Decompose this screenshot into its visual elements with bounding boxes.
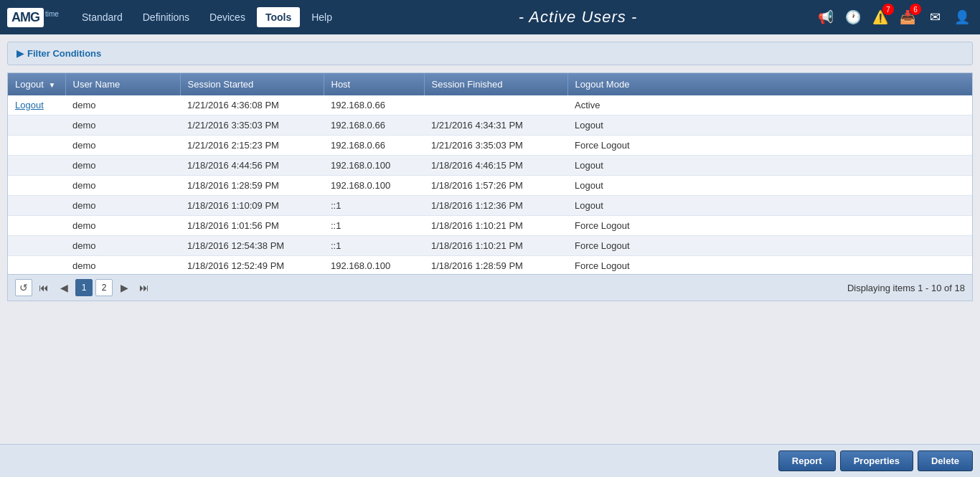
refresh-button[interactable]: ↺ — [15, 279, 32, 296]
prev-page-button[interactable]: ◀ — [55, 279, 72, 296]
cell-session-finished: 1/18/2016 1:57:26 PM — [424, 176, 567, 196]
cell-logout-mode: Force Logout — [567, 236, 972, 256]
cell-logout-mode: Logout — [567, 196, 972, 216]
col-header-username: User Name — [65, 73, 180, 95]
cell-username: demo — [65, 196, 180, 216]
cell-logout — [8, 156, 65, 176]
header-icons: 📢 🕐 ⚠️ 7 📥 6 ✉ 👤 — [815, 6, 973, 28]
cell-session-finished: 1/18/2016 1:10:21 PM — [424, 236, 567, 256]
nav-devices[interactable]: Devices — [201, 7, 254, 27]
cell-username: demo — [65, 176, 180, 196]
cell-session-finished: 1/18/2016 1:28:59 PM — [424, 256, 567, 275]
filter-toggle[interactable]: ▶ Filter Conditions — [17, 48, 963, 59]
table-row: demo1/18/2016 1:10:09 PM::11/18/2016 1:1… — [8, 196, 972, 216]
nav-tools[interactable]: Tools — [257, 7, 300, 27]
main-content: ▶ Filter Conditions Logout ▼ User Name S… — [0, 34, 980, 405]
cell-logout-mode: Logout — [567, 156, 972, 176]
cell-session-started: 1/21/2016 4:36:08 PM — [180, 95, 324, 115]
inbox-icon[interactable]: 📥 6 — [897, 6, 918, 28]
nav-standard[interactable]: Standard — [73, 7, 131, 27]
main-nav: Standard Definitions Devices Tools Help — [73, 7, 341, 27]
inbox-badge: 6 — [910, 4, 921, 15]
cell-host: ::1 — [324, 196, 424, 216]
col-header-logout[interactable]: Logout ▼ — [8, 73, 65, 95]
col-header-host: Host — [324, 73, 424, 95]
cell-host: ::1 — [324, 236, 424, 256]
cell-host: 192.168.0.66 — [324, 115, 424, 136]
cell-host: 192.168.0.100 — [324, 156, 424, 176]
pagination-bar: ↺ ⏮ ◀ 1 2 ▶ ⏭ Displaying items 1 - 10 of… — [8, 274, 972, 301]
mail-icon[interactable]: ✉ — [924, 6, 946, 28]
cell-session-finished: 1/21/2016 3:35:03 PM — [424, 136, 567, 156]
table-row: demo1/18/2016 12:54:38 PM::11/18/2016 1:… — [8, 236, 972, 256]
cell-logout — [8, 256, 65, 275]
cell-logout-mode: Force Logout — [567, 136, 972, 156]
last-page-button[interactable]: ⏭ — [136, 279, 153, 296]
col-header-session-started: Session Started — [180, 73, 324, 95]
filter-section: ▶ Filter Conditions — [7, 42, 973, 65]
display-info: Displaying items 1 - 10 of 18 — [156, 283, 965, 293]
cell-host: 192.168.0.66 — [324, 95, 424, 115]
cell-logout — [8, 136, 65, 156]
cell-logout-mode: Force Logout — [567, 256, 972, 275]
cell-logout — [8, 196, 65, 216]
warning-icon[interactable]: ⚠️ 7 — [870, 6, 891, 28]
cell-logout-mode: Logout — [567, 176, 972, 196]
cell-username: demo — [65, 216, 180, 236]
cell-host: 192.168.0.100 — [324, 176, 424, 196]
cell-session-finished — [424, 95, 567, 115]
cell-session-finished: 1/18/2016 4:46:15 PM — [424, 156, 567, 176]
cell-session-started: 1/18/2016 4:44:56 PM — [180, 156, 324, 176]
page-1-button[interactable]: 1 — [75, 279, 93, 296]
warning-badge: 7 — [882, 4, 894, 15]
table-row: Logoutdemo1/21/2016 4:36:08 PM192.168.0.… — [8, 95, 972, 115]
cell-logout — [8, 236, 65, 256]
cell-logout-mode: Force Logout — [567, 216, 972, 236]
cell-username: demo — [65, 156, 180, 176]
col-header-session-finished: Session Finished — [424, 73, 567, 95]
cell-host: 192.168.0.100 — [324, 256, 424, 275]
filter-label: Filter Conditions — [27, 48, 101, 59]
cell-username: demo — [65, 115, 180, 136]
cell-host: 192.168.0.66 — [324, 136, 424, 156]
table-row: demo1/18/2016 4:44:56 PM192.168.0.1001/1… — [8, 156, 972, 176]
cell-session-finished: 1/18/2016 1:12:36 PM — [424, 196, 567, 216]
table-scroll[interactable]: Logout ▼ User Name Session Started Host … — [8, 73, 972, 274]
cell-logout — [8, 216, 65, 236]
table-row: demo1/21/2016 3:35:03 PM192.168.0.661/21… — [8, 115, 972, 136]
col-header-logout-mode: Logout Mode — [567, 73, 972, 95]
clock-icon[interactable]: 🕐 — [842, 6, 864, 28]
megaphone-icon[interactable]: 📢 — [815, 6, 837, 28]
cell-logout[interactable]: Logout — [8, 95, 65, 115]
app-logo: AMG time — [7, 8, 59, 27]
logo-text: AMG — [7, 8, 44, 27]
cell-session-started: 1/18/2016 12:54:38 PM — [180, 236, 324, 256]
app-header: AMG time Standard Definitions Devices To… — [0, 0, 980, 34]
cell-logout-mode: Logout — [567, 115, 972, 136]
cell-session-finished: 1/21/2016 4:34:31 PM — [424, 115, 567, 136]
table-row: demo1/21/2016 2:15:23 PM192.168.0.661/21… — [8, 136, 972, 156]
table-header-row: Logout ▼ User Name Session Started Host … — [8, 73, 972, 95]
active-users-table: Logout ▼ User Name Session Started Host … — [8, 73, 972, 274]
cell-logout — [8, 115, 65, 136]
cell-logout-mode: Active — [567, 95, 972, 115]
filter-arrow-icon: ▶ — [17, 48, 24, 59]
table-row: demo1/18/2016 1:28:59 PM192.168.0.1001/1… — [8, 176, 972, 196]
cell-logout — [8, 176, 65, 196]
cell-username: demo — [65, 136, 180, 156]
sort-icon: ▼ — [48, 81, 55, 89]
table-row: demo1/18/2016 1:01:56 PM::11/18/2016 1:1… — [8, 216, 972, 236]
logout-link[interactable]: Logout — [15, 100, 44, 110]
cell-session-started: 1/18/2016 12:52:49 PM — [180, 256, 324, 275]
nav-help[interactable]: Help — [303, 7, 341, 27]
page-2-button[interactable]: 2 — [95, 279, 113, 296]
cell-session-started: 1/18/2016 1:01:56 PM — [180, 216, 324, 236]
first-page-button[interactable]: ⏮ — [35, 279, 52, 296]
table-body: Logoutdemo1/21/2016 4:36:08 PM192.168.0.… — [8, 95, 972, 274]
logo-subtext: time — [45, 10, 59, 18]
user-icon[interactable]: 👤 — [951, 6, 973, 28]
cell-username: demo — [65, 95, 180, 115]
nav-definitions[interactable]: Definitions — [134, 7, 198, 27]
data-table-container: Logout ▼ User Name Session Started Host … — [7, 72, 973, 301]
next-page-button[interactable]: ▶ — [116, 279, 133, 296]
